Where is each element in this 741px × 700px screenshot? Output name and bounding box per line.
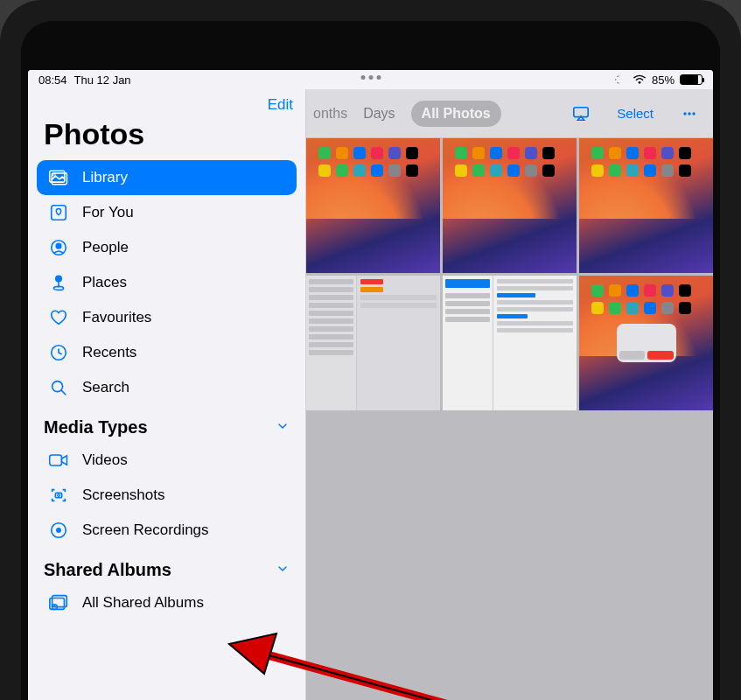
photo-thumb[interactable] <box>443 276 577 410</box>
svg-point-22 <box>56 528 61 533</box>
sidebar-item-label: Screen Recordings <box>82 522 209 539</box>
svg-point-14 <box>54 286 64 290</box>
svg-point-12 <box>56 276 61 281</box>
svg-point-29 <box>688 112 690 115</box>
ellipsis-icon <box>681 105 698 122</box>
sidebar-item-favourites[interactable]: Favourites <box>37 300 297 335</box>
sidebar-item-library[interactable]: Library <box>37 160 297 195</box>
loading-spinner-icon <box>613 74 627 85</box>
sidebar-item-screenshots[interactable]: Screenshots <box>37 478 297 513</box>
svg-point-20 <box>58 494 60 497</box>
video-icon <box>47 451 70 470</box>
more-button[interactable] <box>675 99 704 129</box>
content-toolbar: onths Days All Photos Select <box>306 89 713 138</box>
photo-thumb[interactable] <box>579 138 713 273</box>
record-icon <box>47 521 70 540</box>
sidebar-item-label: Recents <box>82 344 136 361</box>
screenshot-icon <box>47 486 70 505</box>
clock-icon <box>47 343 70 362</box>
segment-days[interactable]: Days <box>353 101 405 127</box>
for-you-icon <box>47 203 70 222</box>
select-button[interactable]: Select <box>605 100 666 127</box>
status-time: 08:54 <box>38 74 67 87</box>
segment-months-peek[interactable]: onths <box>311 106 347 122</box>
photo-thumb[interactable] <box>306 138 440 273</box>
status-bar: 08:54 Thu 12 Jan 85% <box>28 70 713 89</box>
section-title: Media Types <box>44 417 148 438</box>
heart-icon <box>47 308 70 327</box>
segment-all-photos[interactable]: All Photos <box>411 101 501 127</box>
device-inner: 08:54 Thu 12 Jan 85% Edit Photos <box>21 21 720 700</box>
sidebar-item-places[interactable]: Places <box>37 265 297 300</box>
svg-point-11 <box>56 243 61 248</box>
photo-thumb[interactable] <box>443 138 577 273</box>
sidebar-item-screen-recordings[interactable]: Screen Recordings <box>37 513 297 548</box>
sidebar-item-videos[interactable]: Videos <box>37 443 297 478</box>
battery-icon <box>680 74 703 85</box>
sidebar-item-label: Search <box>82 379 129 396</box>
sidebar-item-label: Screenshots <box>82 486 165 504</box>
svg-rect-9 <box>52 206 66 220</box>
grid-empty <box>579 413 713 548</box>
wifi-icon <box>633 74 647 85</box>
svg-point-28 <box>683 112 686 115</box>
svg-point-16 <box>52 382 63 392</box>
sidebar-item-label: For You <box>82 204 134 221</box>
photo-thumb[interactable] <box>579 276 713 410</box>
multitask-dots[interactable] <box>360 75 381 80</box>
places-icon <box>47 273 70 292</box>
photo-thumb[interactable] <box>306 276 440 410</box>
sidebar-item-label: Favourites <box>82 309 151 326</box>
sidebar-item-all-shared[interactable]: All Shared Albums <box>37 585 297 620</box>
sidebar-item-label: Library <box>82 169 128 186</box>
airplay-icon <box>571 105 591 122</box>
svg-line-17 <box>61 390 66 395</box>
svg-rect-18 <box>50 455 62 466</box>
people-icon <box>47 238 70 257</box>
device-frame: 08:54 Thu 12 Jan 85% Edit Photos <box>0 0 741 700</box>
sidebar-item-label: Places <box>82 274 127 291</box>
content-area: onths Days All Photos Select <box>306 89 713 700</box>
status-date: Thu 12 Jan <box>74 74 131 87</box>
section-shared-albums[interactable]: Shared Albums <box>28 548 305 585</box>
chevron-down-icon <box>276 417 290 438</box>
svg-point-30 <box>692 112 695 115</box>
svg-line-0 <box>617 76 618 77</box>
photo-grid[interactable] <box>306 138 713 700</box>
sidebar-media-list: Videos Screenshots Screen <box>28 443 305 548</box>
sidebar-item-label: All Shared Albums <box>82 594 204 612</box>
svg-point-26 <box>53 605 55 606</box>
shared-album-icon <box>47 593 70 612</box>
airplay-button[interactable] <box>566 99 596 129</box>
sidebar-primary-list: Library For You People <box>28 160 305 405</box>
grid-empty <box>443 413 577 548</box>
library-icon <box>47 168 70 187</box>
battery-percent: 85% <box>652 74 675 87</box>
sidebar-item-recents[interactable]: Recents <box>37 335 297 370</box>
svg-line-1 <box>617 82 618 83</box>
sidebar-shared-list: All Shared Albums <box>28 585 305 620</box>
search-icon <box>47 378 70 397</box>
chevron-down-icon <box>276 560 290 580</box>
svg-point-5 <box>639 81 641 84</box>
sidebar-item-label: Videos <box>82 452 128 469</box>
page-title: Photos <box>28 114 305 160</box>
screen: 08:54 Thu 12 Jan 85% Edit Photos <box>28 70 713 700</box>
sidebar-item-label: People <box>82 239 129 256</box>
sidebar-item-for-you[interactable]: For You <box>37 195 297 230</box>
grid-empty <box>306 413 440 548</box>
sidebar-item-people[interactable]: People <box>37 230 297 265</box>
section-title: Shared Albums <box>44 560 171 580</box>
edit-button[interactable]: Edit <box>268 96 293 114</box>
sidebar-item-search[interactable]: Search <box>37 370 297 405</box>
section-media-types[interactable]: Media Types <box>28 405 305 443</box>
sidebar: Edit Photos Library <box>28 89 306 700</box>
